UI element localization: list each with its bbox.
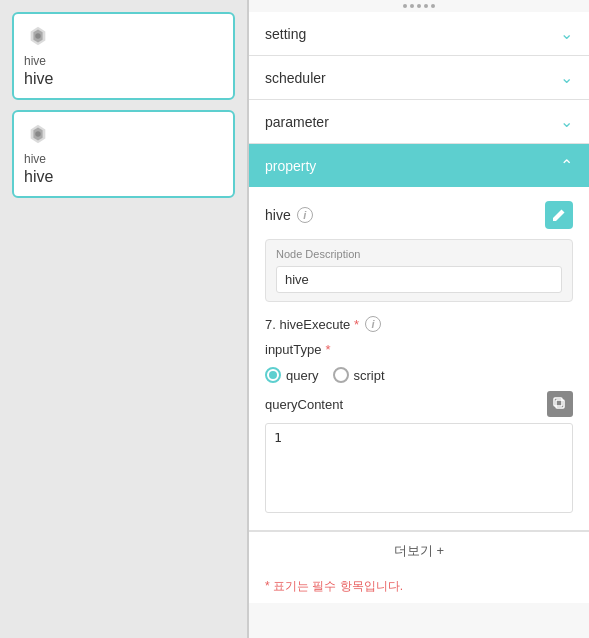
node-description-label: Node Description [276, 248, 562, 260]
accordion-parameter: parameter ⌄ [249, 100, 589, 144]
chevron-up-icon-property: ⌃ [560, 156, 573, 175]
left-panel: hive hive hive hive [0, 0, 248, 638]
edit-button[interactable] [545, 201, 573, 229]
query-content-row: queryContent [265, 391, 573, 417]
radio-circle-script [333, 367, 349, 383]
handle-dot [424, 4, 428, 8]
svg-rect-7 [554, 398, 562, 406]
accordion-header-scheduler[interactable]: scheduler ⌄ [249, 56, 589, 99]
radio-option-query[interactable]: query [265, 367, 319, 383]
node-description-box: Node Description hive [265, 239, 573, 302]
input-type-label: inputType [265, 342, 321, 357]
accordion-setting: setting ⌄ [249, 12, 589, 56]
accordion-header-property[interactable]: property ⌃ [249, 144, 589, 187]
node-label-main-1: hive [24, 70, 223, 88]
node-label-main-2: hive [24, 168, 223, 186]
input-type-row: inputType * [265, 342, 573, 357]
more-button[interactable]: 더보기 + [394, 542, 444, 560]
chevron-down-icon-scheduler: ⌄ [560, 68, 573, 87]
accordion-label-setting: setting [265, 26, 306, 42]
handle-dot [410, 4, 414, 8]
required-star-input-type: * [325, 342, 330, 357]
accordion-scheduler: scheduler ⌄ [249, 56, 589, 100]
property-node-label: hive i [265, 207, 313, 223]
required-note: * 표기는 필수 항목입니다. [249, 570, 589, 603]
query-textarea[interactable]: 1 [265, 423, 573, 513]
node-label-top-2: hive [24, 152, 223, 166]
node-label-top-1: hive [24, 54, 223, 68]
more-button-row: 더보기 + [249, 531, 589, 570]
property-content: hive i Node Description hive 7. hiveExec… [249, 187, 589, 530]
radio-circle-query [265, 367, 281, 383]
info-icon: i [297, 207, 313, 223]
panel-handle [249, 0, 589, 12]
radio-label-query: query [286, 368, 319, 383]
accordion-header-parameter[interactable]: parameter ⌄ [249, 100, 589, 143]
accordion-label-scheduler: scheduler [265, 70, 326, 86]
copy-button[interactable] [547, 391, 573, 417]
required-star-execute: * [354, 317, 359, 332]
svg-point-5 [35, 131, 41, 137]
svg-rect-6 [556, 400, 564, 408]
node-description-value: hive [276, 266, 562, 293]
handle-dot [403, 4, 407, 8]
query-content-label: queryContent [265, 397, 343, 412]
property-header-row: hive i [265, 201, 573, 229]
section-title-execute: 7. hiveExecute * i [265, 316, 573, 332]
handle-dot [417, 4, 421, 8]
hive-icon-1 [24, 22, 52, 50]
accordion-property: property ⌃ hive i Node Description hive [249, 144, 589, 531]
hive-icon-2 [24, 120, 52, 148]
right-panel: setting ⌄ scheduler ⌄ parameter ⌄ proper… [248, 0, 589, 638]
node-card-2[interactable]: hive hive [12, 110, 235, 198]
handle-dot [431, 4, 435, 8]
node-card-1[interactable]: hive hive [12, 12, 235, 100]
info-icon-execute: i [365, 316, 381, 332]
accordion-header-setting[interactable]: setting ⌄ [249, 12, 589, 55]
node-name-label: hive [265, 207, 291, 223]
section-title-text: 7. hiveExecute * [265, 317, 359, 332]
accordion-label-parameter: parameter [265, 114, 329, 130]
radio-group: query script [265, 367, 573, 383]
radio-label-script: script [354, 368, 385, 383]
handle-dots [403, 4, 435, 8]
chevron-down-icon-parameter: ⌄ [560, 112, 573, 131]
chevron-down-icon-setting: ⌄ [560, 24, 573, 43]
accordion-label-property: property [265, 158, 316, 174]
radio-option-script[interactable]: script [333, 367, 385, 383]
svg-point-2 [35, 33, 41, 39]
